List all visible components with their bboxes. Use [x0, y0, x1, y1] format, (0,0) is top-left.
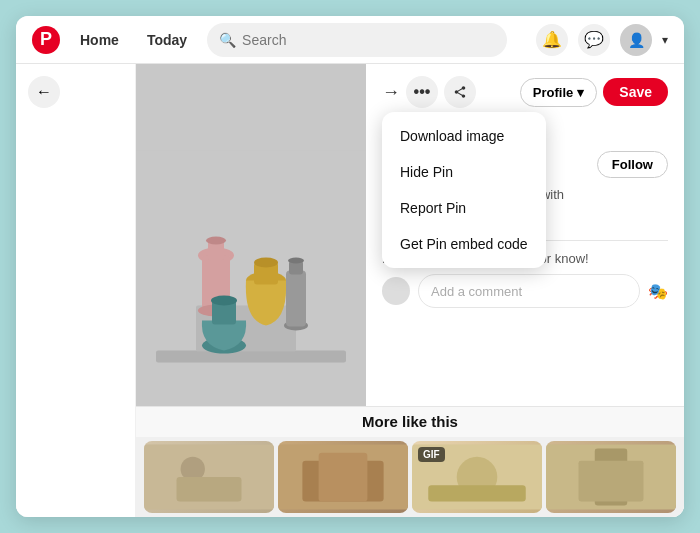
more-section: More like this — [136, 406, 684, 437]
comment-input-row: Add a comment 🎭 — [382, 274, 668, 308]
profile-dropdown-button[interactable]: Profile ▾ — [520, 78, 597, 107]
user-avatar-button[interactable]: 👤 — [620, 24, 652, 56]
svg-rect-20 — [177, 477, 242, 501]
pin-area-wrapper: → ••• Profile ▾ Save — [136, 64, 684, 517]
sidebar: ← — [16, 64, 136, 517]
dropdown-embed-code[interactable]: Get Pin embed code — [382, 226, 546, 262]
chevron-down-icon[interactable]: ▾ — [662, 33, 668, 47]
pinterest-logo[interactable]: P — [32, 26, 60, 54]
back-button[interactable]: ← — [28, 76, 60, 108]
svg-point-17 — [288, 258, 304, 264]
notifications-button[interactable]: 🔔 — [536, 24, 568, 56]
svg-point-7 — [206, 237, 226, 245]
dropdown-report-pin[interactable]: Report Pin — [382, 190, 546, 226]
thumbnails-strip: GIF — [136, 437, 684, 517]
svg-rect-26 — [428, 485, 526, 501]
more-title: More like this — [362, 413, 458, 430]
thumbnail-2[interactable] — [278, 441, 408, 513]
dropdown-menu: → Download image Hide Pin Report Pin Get… — [382, 112, 546, 268]
nav-right: 🔔 💬 👤 ▾ — [536, 24, 668, 56]
more-options-button[interactable]: ••• — [406, 76, 438, 108]
search-icon: 🔍 — [219, 32, 236, 48]
svg-rect-29 — [579, 461, 644, 502]
messages-button[interactable]: 💬 — [578, 24, 610, 56]
search-bar[interactable]: 🔍 Search — [207, 23, 507, 57]
navbar: P Home Today 🔍 Search 🔔 💬 👤 ▾ — [16, 16, 684, 64]
follow-button[interactable]: Follow — [597, 151, 668, 178]
save-button[interactable]: Save — [603, 78, 668, 106]
dropdown-hide-pin[interactable]: Hide Pin — [382, 154, 546, 190]
nav-today[interactable]: Today — [139, 28, 195, 52]
svg-point-10 — [254, 258, 278, 268]
gif-badge: GIF — [418, 447, 445, 462]
svg-rect-23 — [319, 453, 368, 502]
pin-top-actions: → ••• Profile ▾ Save — [382, 76, 668, 108]
nav-home[interactable]: Home — [72, 28, 127, 52]
profile-label: Profile — [533, 85, 573, 100]
browser-window: P Home Today 🔍 Search 🔔 💬 👤 ▾ ← — [16, 16, 684, 517]
thumbnail-4[interactable] — [546, 441, 676, 513]
arrow-indicator-1: → — [382, 82, 400, 103]
emoji-button[interactable]: 🎭 — [648, 282, 668, 301]
svg-rect-1 — [156, 351, 346, 363]
svg-point-13 — [211, 296, 237, 306]
share-button[interactable] — [444, 76, 476, 108]
profile-chevron-icon: ▾ — [577, 85, 584, 100]
dropdown-download-image[interactable]: Download image — [382, 118, 546, 154]
comment-input[interactable]: Add a comment — [418, 274, 640, 308]
thumbnail-1[interactable] — [144, 441, 274, 513]
svg-rect-15 — [286, 271, 306, 327]
thumbnail-3[interactable]: GIF — [412, 441, 542, 513]
search-input[interactable]: Search — [242, 32, 495, 48]
commenter-avatar — [382, 277, 410, 305]
